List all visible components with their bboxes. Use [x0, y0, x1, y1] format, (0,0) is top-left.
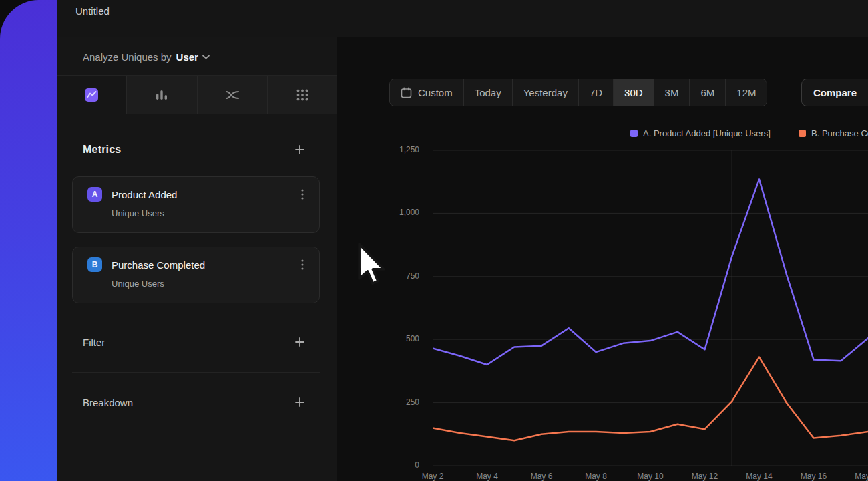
document-title[interactable]: Untitled [75, 5, 110, 17]
breakdown-label: Breakdown [83, 397, 133, 408]
metric-badge-b: B [87, 257, 102, 272]
analyze-by-control: Analyze Uniques by User [83, 49, 210, 64]
range-button-label: Custom [418, 87, 453, 98]
legend-item-a[interactable]: A. Product Added [Unique Users] [630, 128, 771, 138]
range-button-yesterday[interactable]: Yesterday [512, 79, 578, 106]
metric-subtitle[interactable]: Unique Users [112, 208, 308, 218]
range-button-7d[interactable]: 7D [578, 79, 613, 106]
filter-label: Filter [83, 337, 105, 348]
add-breakdown-button[interactable] [293, 395, 306, 409]
legend-item-b[interactable]: B. Purchase Completed [Unique Users] [799, 128, 868, 138]
top-bar: Untitled [57, 0, 868, 37]
kebab-menu-icon [301, 259, 304, 270]
line-chart[interactable] [433, 150, 868, 466]
x-axis-label: May 14 [746, 472, 772, 481]
analyze-by-dropdown[interactable]: User [176, 51, 210, 63]
metric-options-button[interactable] [296, 258, 308, 271]
section-divider [72, 372, 320, 373]
range-button-3m[interactable]: 3M [654, 79, 690, 106]
flow-icon [224, 87, 240, 103]
plus-icon [295, 145, 304, 154]
compare-button[interactable]: Compare [801, 79, 868, 106]
y-axis-label: 250 [371, 397, 419, 407]
x-axis-label: May 2 [422, 472, 444, 481]
legend-swatch-a [630, 130, 638, 137]
plus-icon [295, 337, 304, 347]
metrics-heading: Metrics [83, 144, 121, 156]
app-window: Untitled Analyze Uniques by User [0, 0, 868, 481]
tab-grid-dots[interactable] [267, 76, 337, 114]
chart-panel: Custom TodayYesterday7D30D3M6M12M Compar… [337, 37, 868, 481]
range-button-custom[interactable]: Custom [390, 79, 463, 106]
chevron-down-icon [202, 55, 210, 59]
range-button-6m[interactable]: 6M [689, 79, 725, 106]
y-axis-label: 0 [371, 460, 419, 470]
section-divider [72, 323, 320, 323]
x-axis-label: May 16 [801, 472, 827, 481]
range-button-30d[interactable]: 30D [613, 79, 654, 106]
y-axis-label: 1,000 [371, 208, 419, 217]
x-axis-label: May 4 [476, 472, 498, 481]
date-range-selector: Custom TodayYesterday7D30D3M6M12M [389, 79, 767, 106]
bar-chart-icon [154, 87, 170, 103]
metric-badge-a: A [87, 187, 102, 202]
legend-swatch-b [799, 130, 806, 137]
grid-dots-icon [294, 87, 310, 103]
y-axis-label: 750 [371, 271, 419, 281]
breakdown-section: Breakdown [83, 392, 306, 412]
analyze-by-label: Analyze Uniques by [83, 51, 172, 63]
x-axis-label: May 18 [855, 472, 868, 481]
tab-flow[interactable] [197, 76, 267, 114]
plus-icon [295, 397, 304, 407]
x-axis-label: May 12 [692, 472, 718, 481]
metrics-section-header: Metrics [83, 143, 306, 156]
add-filter-button[interactable] [293, 335, 306, 349]
x-axis-label: May 10 [637, 472, 663, 481]
line-chart-icon [83, 87, 99, 103]
metric-subtitle[interactable]: Unique Users [112, 279, 308, 289]
metric-options-button[interactable] [296, 188, 308, 201]
calendar-icon [401, 87, 412, 98]
y-axis: 02505007501,0001,250 [371, 150, 419, 466]
tab-bar-chart[interactable] [126, 76, 196, 114]
filter-section: Filter [83, 332, 306, 352]
y-axis-label: 1,250 [371, 145, 419, 154]
metric-card-a[interactable]: A Product Added Unique Users [72, 176, 320, 233]
left-accent-strip [0, 0, 57, 481]
add-metric-button[interactable] [293, 143, 306, 156]
legend-label-b: B. Purchase Completed [Unique Users] [811, 128, 868, 138]
y-axis-label: 500 [371, 334, 419, 343]
kebab-menu-icon [301, 189, 304, 200]
range-button-12m[interactable]: 12M [725, 79, 767, 106]
x-axis-label: May 6 [531, 472, 553, 481]
metric-name[interactable]: Purchase Completed [112, 259, 296, 271]
x-axis: May 2May 4May 6May 8May 10May 12May 14Ma… [433, 472, 868, 481]
analyze-by-value[interactable]: User [176, 51, 198, 63]
range-button-today[interactable]: Today [463, 79, 512, 106]
legend-label-a: A. Product Added [Unique Users] [643, 128, 771, 138]
sidebar-panel: Analyze Uniques by User [57, 37, 337, 481]
view-type-tabs [57, 76, 337, 114]
series-line[interactable] [433, 357, 868, 441]
metric-card-b[interactable]: B Purchase Completed Unique Users [72, 247, 320, 303]
metric-name[interactable]: Product Added [112, 189, 296, 200]
x-axis-label: May 8 [585, 472, 607, 481]
series-line[interactable] [433, 179, 868, 365]
tab-line-chart[interactable] [57, 76, 126, 114]
